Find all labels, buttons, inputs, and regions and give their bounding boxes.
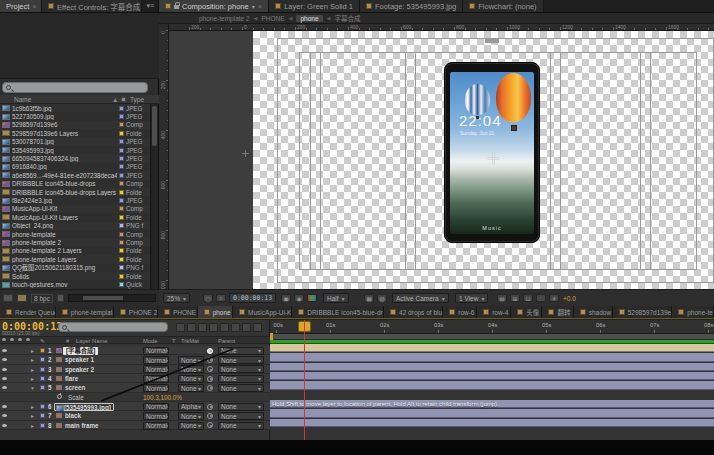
- new-folder-icon[interactable]: [17, 294, 27, 302]
- auto-keyframe-icon[interactable]: [242, 323, 251, 332]
- file-row[interactable]: phone-templateComp: [0, 230, 150, 238]
- pixel-aspect-icon[interactable]: ▤: [497, 294, 507, 302]
- trkmat-select[interactable]: None▾: [178, 375, 204, 383]
- tab-layer[interactable]: Layer: Green Solid 1: [269, 0, 360, 12]
- blend-mode-select[interactable]: Normal▾: [143, 412, 169, 420]
- label-swatch[interactable]: [119, 173, 124, 178]
- blend-mode-select[interactable]: Normal▾: [143, 365, 169, 373]
- chevron-down-icon[interactable]: ▾: [252, 3, 255, 10]
- eye-icon[interactable]: [2, 405, 7, 408]
- parent-select[interactable]: None▾: [218, 422, 264, 430]
- breadcrumb-item[interactable]: 字幕合成: [334, 13, 360, 23]
- label-swatch[interactable]: [119, 257, 124, 262]
- eye-icon[interactable]: [2, 424, 7, 427]
- blend-mode-select[interactable]: Normal▾: [143, 384, 169, 392]
- twirl-icon[interactable]: ►: [30, 348, 35, 354]
- label-column-icon[interactable]: [121, 97, 126, 102]
- parent-select[interactable]: None▾: [218, 375, 264, 383]
- trash-icon[interactable]: [57, 294, 64, 302]
- timeline-button-icon[interactable]: ⊡: [523, 294, 533, 302]
- camera-select[interactable]: Active Camera ▾: [392, 293, 449, 303]
- current-time-button[interactable]: 0:00:00:13: [229, 293, 276, 303]
- file-row[interactable]: 1c9b63f5b.jpgJPEG: [0, 104, 150, 112]
- label-swatch[interactable]: [119, 148, 124, 153]
- show-snapshot-icon[interactable]: ◉: [294, 294, 304, 302]
- file-row[interactable]: MusicApp-Ui-Kit LayersFolde: [0, 213, 150, 221]
- file-row[interactable]: phone-template 2Comp: [0, 238, 150, 246]
- safe-margins-icon[interactable]: ▢: [203, 294, 213, 302]
- motion-blur-icon[interactable]: [220, 323, 229, 332]
- column-trkmat[interactable]: TrkMat: [181, 338, 199, 344]
- blend-mode-select[interactable]: Normal▾: [143, 347, 169, 355]
- layer-name[interactable]: flare: [65, 375, 78, 382]
- label-swatch[interactable]: [119, 265, 124, 270]
- label-swatch[interactable]: [119, 215, 124, 220]
- grid-icon[interactable]: ▦: [364, 294, 374, 302]
- label-swatch[interactable]: [119, 156, 124, 161]
- layer-label-swatch[interactable]: [40, 404, 45, 409]
- layer-row-8[interactable]: ►8main frameNormal▾None▾None▾: [0, 421, 270, 430]
- sort-arrow-icon[interactable]: ▲: [112, 96, 118, 103]
- label-swatch[interactable]: [119, 131, 124, 136]
- layer-label-swatch[interactable]: [40, 413, 45, 418]
- parent-pick-whip-icon[interactable]: [207, 366, 213, 372]
- layer-label-swatch[interactable]: [40, 367, 45, 372]
- label-swatch[interactable]: [119, 248, 124, 253]
- label-swatch[interactable]: [119, 206, 124, 211]
- layer-bar-8[interactable]: [270, 419, 714, 427]
- trkmat-select[interactable]: None▾: [178, 384, 204, 392]
- label-swatch[interactable]: [119, 164, 124, 169]
- blend-mode-select[interactable]: Normal▾: [143, 403, 169, 411]
- snapshot-icon[interactable]: ▣: [281, 294, 291, 302]
- trkmat-select[interactable]: None▾: [178, 422, 204, 430]
- graph-editor-icon[interactable]: [253, 323, 262, 332]
- eye-icon[interactable]: [2, 358, 7, 361]
- video-column-icon[interactable]: [2, 338, 6, 341]
- file-row[interactable]: QQ截图20150621180315.pngPNG f: [0, 264, 150, 272]
- timeline-tab-musicapp-ui-kit[interactable]: MusicApp-Ui-Kit: [233, 306, 292, 318]
- label-swatch[interactable]: [119, 223, 124, 228]
- layer-label-swatch[interactable]: [40, 385, 45, 390]
- trkmat-select[interactable]: None▾: [178, 365, 204, 373]
- layer-row-6[interactable]: ►6[535495993.jpg]Normal▾Alpha▾None▾: [0, 402, 270, 411]
- timeline-tab-5298597d139e6[interactable]: 5298597d139e6: [613, 306, 672, 318]
- file-row[interactable]: DRIBBBLE icon45-blue-dropsComp: [0, 180, 150, 188]
- tab-project[interactable]: Project ×: [0, 0, 42, 12]
- file-row[interactable]: f8e2424e3.jpgJPEG: [0, 196, 150, 204]
- timeline-tab-翻转[interactable]: 翻转: [542, 306, 573, 318]
- exposure-value[interactable]: +0.0: [563, 295, 576, 302]
- time-ruler[interactable]: :00s01s02s03s04s05s06s07s08s: [270, 320, 714, 334]
- horizontal-ruler[interactable]: 20002004006008001000120014001600: [169, 24, 714, 31]
- layer-name[interactable]: screen: [65, 384, 85, 391]
- layer-name[interactable]: main frame: [65, 422, 99, 429]
- parent-select[interactable]: None▾: [218, 412, 264, 420]
- timeline-tab-render-queue[interactable]: Render Queue: [0, 306, 56, 318]
- twirl-icon[interactable]: ▼: [30, 385, 35, 391]
- tab-footage[interactable]: Footage: 535495993.jpg: [360, 0, 463, 12]
- file-row[interactable]: 535495993.jpgJPEG: [0, 146, 150, 154]
- timeline-tab-phone[interactable]: PHONE: [158, 306, 198, 318]
- vertical-ruler[interactable]: 02004006008001000: [159, 24, 169, 289]
- eye-icon[interactable]: [2, 414, 7, 417]
- frame-blend-icon[interactable]: [209, 323, 218, 332]
- timeline-tab-row-6[interactable]: row-6: [443, 306, 477, 318]
- project-hscrollbar[interactable]: [68, 294, 156, 302]
- bit-depth-button[interactable]: 8 bpc: [31, 294, 53, 303]
- label-swatch[interactable]: [119, 198, 124, 203]
- blend-mode-select[interactable]: Normal▾: [143, 375, 169, 383]
- stopwatch-icon[interactable]: [57, 394, 62, 399]
- anchor-point-icon[interactable]: [488, 153, 499, 164]
- project-search-input[interactable]: ▾: [2, 82, 148, 93]
- parent-pick-whip-icon[interactable]: [207, 385, 213, 391]
- layer-label-swatch[interactable]: [40, 423, 45, 428]
- column-parent[interactable]: Parent: [218, 338, 235, 344]
- column-layer-name[interactable]: Layer Name: [76, 338, 108, 344]
- file-row[interactable]: SolidsFolde: [0, 272, 150, 280]
- eye-icon[interactable]: [2, 368, 7, 371]
- layer-name[interactable]: black: [65, 412, 81, 419]
- column-name[interactable]: Name: [14, 96, 31, 103]
- trkmat-select[interactable]: None▾: [178, 356, 204, 364]
- layer-label-swatch[interactable]: [40, 376, 45, 381]
- layer-row-1[interactable]: ►1[字幕合成]Normal▾None▾: [0, 346, 270, 355]
- parent-select[interactable]: None▾: [218, 365, 264, 373]
